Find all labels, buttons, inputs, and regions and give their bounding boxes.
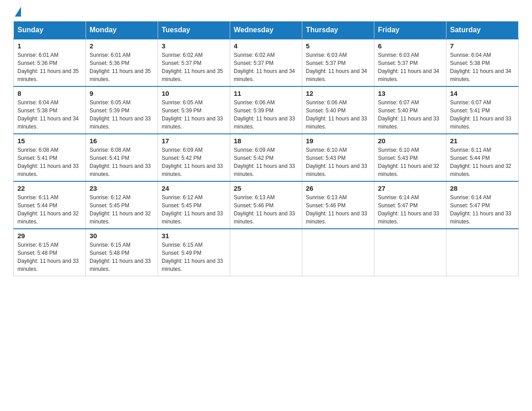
calendar-cell — [446, 229, 519, 276]
day-number: 30 — [90, 232, 154, 240]
day-number: 20 — [378, 137, 442, 145]
day-number: 10 — [162, 90, 226, 97]
calendar-cell: 8Sunrise: 6:04 AMSunset: 5:38 PMDaylight… — [14, 86, 86, 134]
day-info: Sunrise: 6:10 AMSunset: 5:43 PMDaylight:… — [378, 146, 442, 178]
day-info: Sunrise: 6:06 AMSunset: 5:39 PMDaylight:… — [234, 98, 298, 131]
day-number: 13 — [378, 90, 442, 97]
calendar-cell — [230, 229, 302, 276]
day-number: 9 — [90, 90, 154, 97]
day-number: 23 — [90, 184, 154, 192]
day-info: Sunrise: 6:09 AMSunset: 5:42 PMDaylight:… — [162, 146, 226, 178]
day-info: Sunrise: 6:15 AMSunset: 5:48 PMDaylight:… — [17, 241, 82, 273]
calendar-cell: 1Sunrise: 6:01 AMSunset: 5:36 PMDaylight… — [14, 39, 86, 86]
calendar-cell: 29Sunrise: 6:15 AMSunset: 5:48 PMDayligh… — [14, 229, 86, 276]
calendar-cell: 22Sunrise: 6:11 AMSunset: 5:44 PMDayligh… — [14, 181, 86, 229]
day-number: 16 — [90, 137, 154, 145]
day-info: Sunrise: 6:08 AMSunset: 5:41 PMDaylight:… — [17, 146, 82, 178]
calendar-cell: 16Sunrise: 6:08 AMSunset: 5:41 PMDayligh… — [86, 134, 158, 181]
day-info: Sunrise: 6:13 AMSunset: 5:46 PMDaylight:… — [306, 193, 370, 226]
day-number: 12 — [306, 90, 370, 97]
calendar-cell: 18Sunrise: 6:09 AMSunset: 5:42 PMDayligh… — [230, 134, 302, 181]
day-info: Sunrise: 6:15 AMSunset: 5:49 PMDaylight:… — [162, 241, 226, 273]
calendar-cell: 21Sunrise: 6:11 AMSunset: 5:44 PMDayligh… — [446, 134, 519, 181]
calendar-cell: 12Sunrise: 6:06 AMSunset: 5:40 PMDayligh… — [302, 86, 374, 134]
day-info: Sunrise: 6:11 AMSunset: 5:44 PMDaylight:… — [450, 146, 515, 178]
day-number: 4 — [234, 42, 298, 50]
day-info: Sunrise: 6:04 AMSunset: 5:38 PMDaylight:… — [17, 98, 82, 131]
day-info: Sunrise: 6:13 AMSunset: 5:46 PMDaylight:… — [234, 193, 298, 226]
day-number: 5 — [306, 42, 370, 50]
day-number: 1 — [17, 42, 82, 50]
calendar-table: SundayMondayTuesdayWednesdayThursdayFrid… — [13, 21, 519, 276]
day-info: Sunrise: 6:15 AMSunset: 5:48 PMDaylight:… — [90, 241, 154, 273]
day-number: 19 — [306, 137, 370, 145]
calendar-cell: 31Sunrise: 6:15 AMSunset: 5:49 PMDayligh… — [158, 229, 230, 276]
day-info: Sunrise: 6:09 AMSunset: 5:42 PMDaylight:… — [234, 146, 298, 178]
day-info: Sunrise: 6:11 AMSunset: 5:44 PMDaylight:… — [17, 193, 82, 226]
calendar-cell: 26Sunrise: 6:13 AMSunset: 5:46 PMDayligh… — [302, 181, 374, 229]
day-info: Sunrise: 6:05 AMSunset: 5:39 PMDaylight:… — [90, 98, 154, 131]
calendar-cell: 3Sunrise: 6:02 AMSunset: 5:37 PMDaylight… — [158, 39, 230, 86]
column-header-monday: Monday — [86, 21, 158, 39]
day-info: Sunrise: 6:03 AMSunset: 5:37 PMDaylight:… — [378, 51, 442, 83]
calendar-cell: 30Sunrise: 6:15 AMSunset: 5:48 PMDayligh… — [86, 229, 158, 276]
calendar-cell: 23Sunrise: 6:12 AMSunset: 5:45 PMDayligh… — [86, 181, 158, 229]
week-row-1: 1Sunrise: 6:01 AMSunset: 5:36 PMDaylight… — [14, 39, 519, 86]
day-number: 17 — [162, 137, 226, 145]
day-number: 21 — [450, 137, 515, 145]
day-number: 26 — [306, 184, 370, 192]
column-header-thursday: Thursday — [302, 21, 374, 39]
column-header-tuesday: Tuesday — [158, 21, 230, 39]
day-info: Sunrise: 6:06 AMSunset: 5:40 PMDaylight:… — [306, 98, 370, 131]
page-header — [13, 9, 519, 17]
day-number: 3 — [162, 42, 226, 50]
calendar-cell: 19Sunrise: 6:10 AMSunset: 5:43 PMDayligh… — [302, 134, 374, 181]
day-info: Sunrise: 6:08 AMSunset: 5:41 PMDaylight:… — [90, 146, 154, 178]
calendar-header-row: SundayMondayTuesdayWednesdayThursdayFrid… — [14, 21, 519, 39]
calendar-cell: 13Sunrise: 6:07 AMSunset: 5:40 PMDayligh… — [374, 86, 446, 134]
day-info: Sunrise: 6:02 AMSunset: 5:37 PMDaylight:… — [162, 51, 226, 83]
calendar-cell: 24Sunrise: 6:12 AMSunset: 5:45 PMDayligh… — [158, 181, 230, 229]
day-info: Sunrise: 6:07 AMSunset: 5:41 PMDaylight:… — [450, 98, 515, 131]
day-info: Sunrise: 6:02 AMSunset: 5:37 PMDaylight:… — [234, 51, 298, 83]
day-number: 14 — [450, 90, 515, 97]
column-header-friday: Friday — [374, 21, 446, 39]
day-number: 2 — [90, 42, 154, 50]
calendar-cell: 4Sunrise: 6:02 AMSunset: 5:37 PMDaylight… — [230, 39, 302, 86]
column-header-wednesday: Wednesday — [230, 21, 302, 39]
day-info: Sunrise: 6:14 AMSunset: 5:47 PMDaylight:… — [378, 193, 442, 226]
calendar-cell: 20Sunrise: 6:10 AMSunset: 5:43 PMDayligh… — [374, 134, 446, 181]
calendar-cell: 25Sunrise: 6:13 AMSunset: 5:46 PMDayligh… — [230, 181, 302, 229]
logo-triangle-icon — [15, 7, 21, 17]
day-number: 7 — [450, 42, 515, 50]
day-number: 11 — [234, 90, 298, 97]
calendar-cell — [374, 229, 446, 276]
calendar-cell: 11Sunrise: 6:06 AMSunset: 5:39 PMDayligh… — [230, 86, 302, 134]
calendar-cell: 15Sunrise: 6:08 AMSunset: 5:41 PMDayligh… — [14, 134, 86, 181]
calendar-cell: 7Sunrise: 6:04 AMSunset: 5:38 PMDaylight… — [446, 39, 519, 86]
calendar-cell: 9Sunrise: 6:05 AMSunset: 5:39 PMDaylight… — [86, 86, 158, 134]
day-number: 29 — [17, 232, 82, 240]
day-info: Sunrise: 6:10 AMSunset: 5:43 PMDaylight:… — [306, 146, 370, 178]
calendar-cell: 10Sunrise: 6:05 AMSunset: 5:39 PMDayligh… — [158, 86, 230, 134]
day-info: Sunrise: 6:05 AMSunset: 5:39 PMDaylight:… — [162, 98, 226, 131]
day-info: Sunrise: 6:01 AMSunset: 5:36 PMDaylight:… — [90, 51, 154, 83]
day-number: 31 — [162, 232, 226, 240]
day-info: Sunrise: 6:14 AMSunset: 5:47 PMDaylight:… — [450, 193, 515, 226]
logo — [13, 9, 21, 17]
calendar-cell: 17Sunrise: 6:09 AMSunset: 5:42 PMDayligh… — [158, 134, 230, 181]
calendar-cell: 27Sunrise: 6:14 AMSunset: 5:47 PMDayligh… — [374, 181, 446, 229]
day-info: Sunrise: 6:04 AMSunset: 5:38 PMDaylight:… — [450, 51, 515, 83]
calendar-cell: 14Sunrise: 6:07 AMSunset: 5:41 PMDayligh… — [446, 86, 519, 134]
day-info: Sunrise: 6:03 AMSunset: 5:37 PMDaylight:… — [306, 51, 370, 83]
column-header-sunday: Sunday — [14, 21, 86, 39]
calendar-cell: 2Sunrise: 6:01 AMSunset: 5:36 PMDaylight… — [86, 39, 158, 86]
column-header-saturday: Saturday — [446, 21, 519, 39]
calendar-cell: 28Sunrise: 6:14 AMSunset: 5:47 PMDayligh… — [446, 181, 519, 229]
day-number: 25 — [234, 184, 298, 192]
calendar-cell: 5Sunrise: 6:03 AMSunset: 5:37 PMDaylight… — [302, 39, 374, 86]
week-row-5: 29Sunrise: 6:15 AMSunset: 5:48 PMDayligh… — [14, 229, 519, 276]
week-row-3: 15Sunrise: 6:08 AMSunset: 5:41 PMDayligh… — [14, 134, 519, 181]
calendar-cell: 6Sunrise: 6:03 AMSunset: 5:37 PMDaylight… — [374, 39, 446, 86]
day-number: 22 — [17, 184, 82, 192]
